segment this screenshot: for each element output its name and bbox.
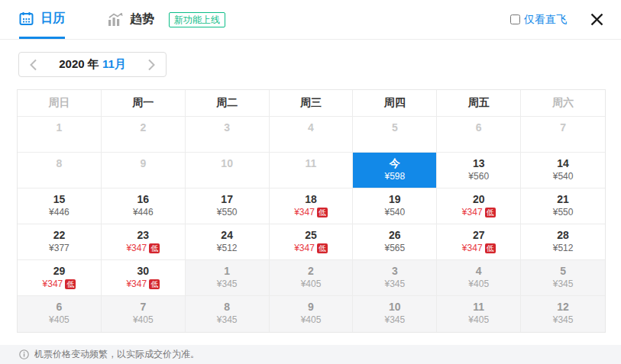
calendar-cell-past-9: 9	[102, 153, 186, 188]
cell-price: ¥347低	[102, 278, 185, 290]
cell-day: 11	[270, 157, 353, 170]
calendar-cell-next-7[interactable]: 7¥405	[102, 296, 186, 332]
cell-day: 29	[18, 265, 101, 278]
cell-day: 10	[186, 157, 269, 170]
cell-day: 7	[102, 301, 185, 314]
direct-only-checkbox[interactable]	[510, 14, 520, 24]
year-unit: 年	[88, 57, 99, 70]
cell-day: 4	[437, 265, 520, 278]
cell-day: 9	[102, 157, 185, 170]
year-value: 2020	[59, 57, 84, 70]
calendar-cell-normal-21[interactable]: 21¥550	[521, 188, 605, 224]
cell-day: 5	[521, 265, 605, 278]
tab-calendar[interactable]: 日历	[19, 0, 65, 39]
cell-day: 22	[18, 229, 101, 242]
low-price-badge: 低	[317, 208, 328, 217]
calendar-cell-low-20[interactable]: 20¥347低	[437, 188, 521, 224]
cell-day: 2	[270, 265, 353, 278]
cell-price: ¥345	[353, 278, 436, 290]
prev-month-button[interactable]	[29, 59, 37, 71]
cell-day: 1	[18, 121, 101, 134]
calendar-cell-normal-14[interactable]: 14¥540	[521, 153, 605, 188]
calendar-cell-next-2[interactable]: 2¥405	[270, 260, 354, 296]
cell-day: 8	[186, 301, 269, 314]
calendar-cell-low-27[interactable]: 27¥347低	[437, 224, 521, 260]
cell-price: ¥347低	[437, 242, 520, 254]
info-icon	[19, 350, 29, 359]
cell-price: ¥347低	[102, 242, 185, 254]
calendar-cell-low-30[interactable]: 30¥347低	[102, 260, 186, 296]
low-price-badge: 低	[485, 208, 496, 217]
cell-price: ¥347低	[437, 206, 520, 218]
calendar-cell-past-4: 4	[270, 117, 354, 153]
calendar-cell-next-4[interactable]: 4¥405	[437, 260, 521, 296]
calendar-cell-normal-22[interactable]: 22¥377	[18, 224, 102, 260]
chevron-left-icon	[29, 59, 37, 71]
calendar-cell-next-5[interactable]: 5¥345	[521, 260, 605, 296]
cell-day: 12	[521, 301, 605, 314]
cell-day: 19	[353, 193, 436, 206]
cell-day: 3	[186, 121, 269, 134]
cell-day: 26	[353, 229, 436, 242]
calendar-cell-normal-16[interactable]: 16¥446	[102, 188, 186, 224]
calendar-cell-next-11[interactable]: 11¥405	[437, 296, 521, 332]
calendar-cell-next-6[interactable]: 6¥405	[18, 296, 102, 332]
cell-price: ¥405	[270, 278, 353, 290]
calendar-cell-low-18[interactable]: 18¥347低	[270, 188, 354, 224]
cell-price: ¥405	[437, 314, 520, 326]
cell-price: ¥405	[437, 278, 520, 290]
calendar-cell-normal-28[interactable]: 28¥512	[521, 224, 605, 260]
calendar-cell-next-9[interactable]: 9¥405	[270, 296, 354, 332]
calendar-cell-normal-15[interactable]: 15¥446	[18, 188, 102, 224]
topbar-right: 仅看直飞	[510, 0, 604, 39]
cell-day: 24	[186, 229, 269, 242]
direct-only-toggle[interactable]: 仅看直飞	[510, 13, 567, 27]
cell-price: ¥598	[353, 170, 436, 182]
calendar-cell-next-10[interactable]: 10¥345	[353, 296, 437, 332]
calendar-cell-today-12[interactable]: 今¥598	[353, 153, 437, 188]
cell-day: 18	[270, 193, 353, 206]
cell-price: ¥550	[521, 206, 605, 218]
trend-chart-icon	[108, 12, 123, 27]
calendar-icon	[19, 11, 34, 26]
calendar-cell-normal-19[interactable]: 19¥540	[353, 188, 437, 224]
cell-price: ¥560	[437, 170, 520, 182]
calendar-cell-next-12[interactable]: 12¥345	[521, 296, 605, 332]
weekday-header: 周一	[102, 90, 186, 117]
calendar-cell-next-1[interactable]: 1¥345	[186, 260, 270, 296]
tab-trend[interactable]: 趋势 新功能上线	[108, 0, 225, 39]
chevron-right-icon	[147, 59, 156, 71]
cell-price: ¥345	[521, 314, 605, 326]
tab-bar: 日历 趋势 新功能上线 仅看直飞	[0, 0, 621, 40]
cell-day: 23	[102, 229, 185, 242]
calendar-cell-normal-17[interactable]: 17¥550	[186, 188, 270, 224]
cell-price: ¥347低	[18, 278, 101, 290]
calendar-cell-normal-13[interactable]: 13¥560	[437, 153, 521, 188]
direct-only-label: 仅看直飞	[524, 13, 567, 27]
calendar-cell-normal-26[interactable]: 26¥565	[353, 224, 437, 260]
weekday-header: 周二	[186, 90, 270, 117]
cell-day: 8	[18, 157, 101, 170]
cell-price: ¥345	[521, 278, 605, 290]
calendar-cell-next-3[interactable]: 3¥345	[353, 260, 437, 296]
cell-price: ¥405	[18, 314, 101, 326]
calendar-cell-low-29[interactable]: 29¥347低	[18, 260, 102, 296]
calendar-cell-low-25[interactable]: 25¥347低	[270, 224, 354, 260]
cell-price: ¥446	[18, 206, 101, 218]
weekday-header: 周三	[270, 90, 354, 117]
calendar-cell-past-5: 5	[353, 117, 437, 153]
cell-day: 25	[270, 229, 353, 242]
cell-day: 6	[18, 301, 101, 314]
month-value: 11月	[102, 57, 126, 70]
cell-price: ¥377	[18, 242, 101, 254]
next-month-button[interactable]	[147, 59, 156, 71]
weekday-header: 周四	[353, 90, 437, 117]
cell-day: 1	[186, 265, 269, 278]
calendar-cell-low-23[interactable]: 23¥347低	[102, 224, 186, 260]
cell-day: 7	[521, 121, 605, 134]
flight-price-calendar-dialog: 日历 趋势 新功能上线 仅看直飞	[0, 0, 621, 364]
close-button[interactable]	[590, 12, 604, 27]
calendar-cell-normal-24[interactable]: 24¥512	[186, 224, 270, 260]
calendar-cell-next-8[interactable]: 8¥345	[186, 296, 270, 332]
cell-day: 14	[521, 157, 605, 170]
